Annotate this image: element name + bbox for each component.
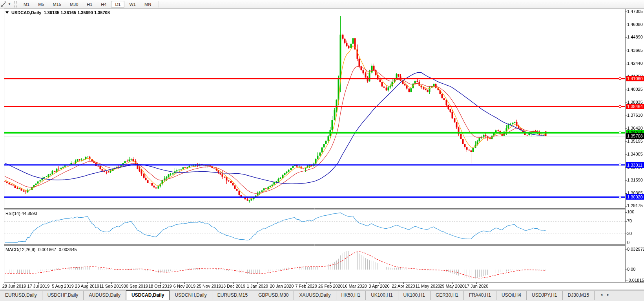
- tab-usdcnh-daily[interactable]: USDCNH,Daily: [170, 291, 212, 300]
- timeframe-button-m1[interactable]: M1: [20, 1, 33, 8]
- rsi-axis-label: 30: [627, 231, 632, 236]
- date-label: 20 Jan 2020: [270, 284, 294, 288]
- price-axis-label: 1.29175: [627, 203, 643, 208]
- tab-usdjpy-h1[interactable]: USDJPY,H1: [527, 291, 562, 300]
- price-axis-label: 1.47305: [627, 9, 643, 14]
- macd-axis-label: 0.032972: [627, 247, 644, 251]
- tab-audusd-daily[interactable]: AUDUSD,Daily: [84, 291, 126, 300]
- toolbar-separator: [159, 1, 159, 7]
- macd-indicator-label: MACD(12,26,9) -0.001867 -0.003645: [5, 247, 77, 252]
- chart-canvas[interactable]: [0, 0, 644, 301]
- hline-price-label: 1.41060: [626, 76, 644, 81]
- tab-eurusd-m15[interactable]: EURUSD,M15: [212, 291, 253, 300]
- tab-scroll-arrows[interactable]: ◄►: [600, 293, 613, 297]
- price-axis-label: 1.40025: [627, 87, 643, 92]
- date-label: 1 Jan 2020: [247, 284, 268, 288]
- rsi-indicator-label: RSI(14) 44.8593: [5, 211, 37, 216]
- date-label: 11 Sep 2019: [99, 284, 124, 288]
- rsi-axis-label: 0: [627, 240, 629, 245]
- date-label: 13 Dec 2019: [221, 284, 245, 288]
- chart-title: USDCAD,Daily 1.36135 1.36165 1.35690 1.3…: [5, 10, 110, 15]
- price-axis-label: 1.37610: [627, 113, 643, 117]
- date-label: 16 Mar 2020: [343, 284, 367, 288]
- timeframe-button-h1[interactable]: H1: [83, 1, 96, 8]
- tab-dj30-m15[interactable]: DJ30,M15: [563, 291, 595, 300]
- macd-axis-label: 0.00: [627, 267, 635, 272]
- date-label: 25 Nov 2019: [197, 284, 221, 288]
- hline-price-label: 1.33011: [626, 162, 644, 168]
- timeframe-button-m5[interactable]: M5: [34, 1, 48, 8]
- price-axis-label: 1.42440: [627, 61, 643, 66]
- timeframe-button-group: M1M5M15M30H1H4D1W1MN: [19, 2, 155, 7]
- timeframe-button-d1[interactable]: D1: [111, 1, 124, 8]
- price-axis-label: 1.46080: [627, 22, 643, 27]
- date-label: 7 Feb 2020: [295, 284, 317, 288]
- date-label: 17 Jul 2019: [27, 284, 50, 288]
- date-label: 28 Jun 2019: [2, 284, 26, 288]
- date-label: 22 Apr 2020: [392, 284, 415, 288]
- toolbar-grip: [14, 1, 17, 7]
- timeframe-button-m30[interactable]: M30: [66, 1, 82, 8]
- date-label: 29 May 2020: [440, 284, 465, 288]
- current-price-label: 1.35708: [626, 133, 644, 139]
- tab-usdcad-daily[interactable]: USDCAD,Daily: [126, 290, 170, 300]
- symbol-period-label: USDCAD,Daily: [11, 10, 41, 15]
- toolbar: ▼ M1M5M15M30H1H4D1W1MN: [0, 0, 644, 9]
- date-label: 26 Feb 2020: [318, 284, 343, 288]
- tab-gbpusd-m30[interactable]: GBPUSD,M30: [253, 291, 294, 300]
- timeframe-button-mn[interactable]: MN: [140, 1, 155, 8]
- tab-hk50-h1[interactable]: HK50,H1: [336, 291, 366, 300]
- tab-fra40-h1[interactable]: FRA40,H1: [464, 291, 496, 300]
- tab-eurusd-daily[interactable]: EURUSD,Daily: [0, 291, 42, 300]
- hline-price-label: 1.30020: [626, 194, 644, 200]
- price-axis-label: 1.35195: [627, 139, 643, 143]
- tab-xauusd-daily[interactable]: XAUUSD,Daily: [294, 291, 336, 300]
- ohlc-quote: 1.36135 1.36165 1.35690 1.35708: [44, 10, 110, 15]
- crosshair-cursor-tool-icon[interactable]: [0, 1, 7, 7]
- date-label: 30 Sep 2019: [124, 284, 148, 288]
- date-label: 17 Jun 2020: [465, 284, 489, 288]
- tab-usdchf-daily[interactable]: USDCHF,Daily: [42, 291, 84, 300]
- price-axis-label: 1.43665: [627, 48, 643, 53]
- collapse-triangle-icon: [5, 11, 9, 14]
- timeframe-button-w1[interactable]: W1: [125, 1, 140, 8]
- tab-uk100-h1[interactable]: UK100,H1: [398, 291, 431, 300]
- timeframe-button-h4[interactable]: H4: [97, 1, 110, 8]
- date-label: 6 Nov 2019: [173, 284, 195, 288]
- rsi-axis-label: 70: [627, 218, 632, 223]
- tab-usoil-h4[interactable]: USOil,H4: [496, 291, 527, 300]
- price-axis-label: 1.31590: [627, 178, 643, 182]
- tab-scroll-right-icon: ►: [606, 293, 613, 297]
- chevron-down-icon[interactable]: ▼: [8, 2, 11, 6]
- date-label: 3 Apr 2020: [369, 284, 389, 288]
- hline-price-label: 1.38464: [626, 104, 644, 109]
- date-label: 18 Oct 2019: [148, 284, 172, 288]
- price-axis-label: 1.34005: [627, 152, 643, 156]
- price-axis-label: 1.44890: [627, 35, 643, 39]
- chart-tab-bar: EURUSD,DailyUSDCHF,DailyAUDUSD,DailyUSDC…: [0, 290, 644, 301]
- date-label: 5 Aug 2019: [52, 284, 74, 288]
- rsi-axis-label: 100: [627, 209, 634, 214]
- tab-uk100-h1[interactable]: UK100,H1: [366, 291, 398, 300]
- macd-axis-label: -0.018154: [627, 278, 644, 283]
- mt4-window: ▼ M1M5M15M30H1H4D1W1MN USDCAD,Daily 1.36…: [0, 0, 644, 301]
- tab-scroll-left-icon: ◄: [600, 293, 606, 297]
- tab-ger30-h1[interactable]: GER30,H1: [431, 291, 464, 300]
- date-label: 23 Aug 2019: [75, 284, 99, 288]
- date-label: 11 May 2020: [416, 284, 440, 288]
- timeframe-button-m15[interactable]: M15: [49, 1, 65, 8]
